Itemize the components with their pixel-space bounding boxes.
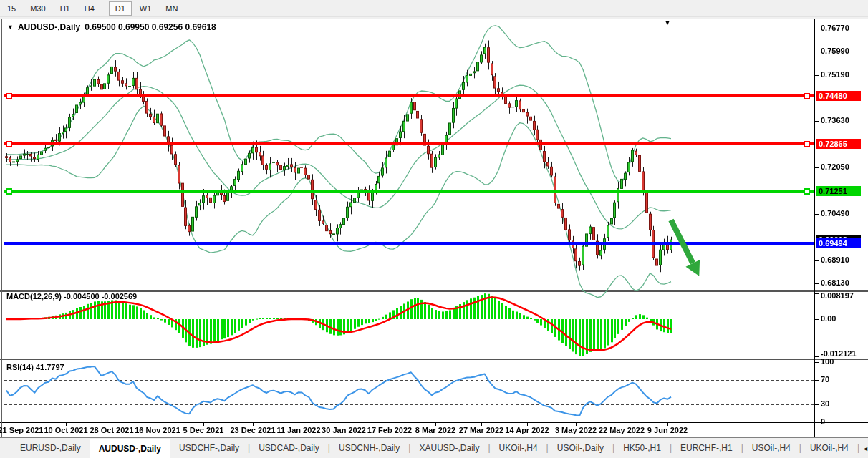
date-label: 16 Nov 2021 (135, 426, 180, 434)
timeframe-button-h4[interactable]: H4 (78, 1, 101, 16)
rsi-axis-tick: 100 (821, 357, 834, 366)
symbol-tab-10[interactable]: USOil-,H4 (743, 439, 799, 458)
date-label: 22 May 2022 (599, 426, 645, 434)
date-label: 14 Apr 2022 (505, 426, 549, 434)
symbol-tabbar: EURUSD-,DailyAUDUSD-,DailyUSDCHF-,Daily|… (0, 439, 868, 458)
timeframe-button-h1[interactable]: H1 (54, 1, 77, 16)
date-label: 3 May 2022 (555, 426, 597, 434)
chart-dropdown-icon[interactable]: ▼ (7, 24, 14, 31)
date-label: 11 Jan 2022 (276, 426, 320, 434)
date-label: 9 Jun 2022 (647, 426, 688, 434)
chart-shift-marker-icon: ▼ (664, 19, 671, 26)
macd-indicator-label: MACD(12,26,9) -0.004500 -0.002569 (6, 292, 137, 301)
symbol-tab-0[interactable]: EURUSD-,Daily (11, 439, 90, 458)
symbol-tab-9[interactable]: EURCHF-,H1 (672, 439, 741, 458)
timeframe-button-w1[interactable]: W1 (133, 1, 158, 16)
tab-scroll-left-icon[interactable]: ◄ (862, 445, 868, 452)
symbol-tab-8[interactable]: HK50-,H1 (614, 439, 670, 458)
chart-title: ▼ AUDUSD-,Daily 0.69500 0.69950 0.69256 … (7, 22, 216, 32)
price-axis-tick: 0.72050 (821, 162, 849, 171)
symbol-tab-2[interactable]: USDCHF-,Daily (170, 439, 248, 458)
date-label: 27 Mar 2022 (459, 426, 503, 434)
macd-axis-tick: 0.00 (821, 314, 836, 323)
chart-title-symbol: AUDUSD-,Daily (18, 22, 80, 32)
price-axis-badge: 0.72865 (816, 139, 861, 149)
timeframe-button-d1[interactable]: D1 (109, 1, 132, 16)
date-label: 21 Sep 2021 (0, 426, 44, 434)
date-label: 23 Dec 2021 (231, 426, 276, 434)
symbol-tab-11[interactable]: UKOil-,H4 (801, 439, 857, 458)
symbol-tab-7[interactable]: USOil-,Daily (549, 439, 612, 458)
symbol-tab-3[interactable]: USDCAD-,Daily (250, 439, 328, 458)
price-axis-badge: 0.69494 (816, 238, 861, 248)
date-label: 28 Oct 2021 (90, 426, 133, 434)
toolbar-separator (105, 2, 105, 15)
price-axis-tick: 0.75990 (821, 47, 849, 55)
price-axis-tick: 0.68910 (821, 255, 849, 264)
price-axis-tick: 0.75190 (821, 70, 849, 79)
price-axis-tick: 0.68130 (821, 278, 849, 287)
price-chart-canvas[interactable] (0, 0, 868, 458)
price-axis-badge: 0.71251 (816, 186, 861, 196)
timeframe-toolbar: 15M30H1H4D1W1MN (0, 0, 868, 17)
symbol-tab-4[interactable]: USDCNH-,Daily (330, 439, 408, 458)
rsi-axis-tick: 70 (821, 375, 829, 384)
rsi-indicator-label: RSI(14) 41.7797 (6, 363, 64, 371)
timeframe-button-15[interactable]: 15 (1, 1, 22, 16)
symbol-tab-5[interactable]: XAUUSD-,Daily (410, 439, 488, 458)
tab-scroll-arrows: ◄► (859, 439, 868, 458)
symbol-tab-6[interactable]: UKOil-,H4 (491, 439, 546, 458)
date-label: 30 Jan 2022 (322, 426, 366, 434)
rsi-axis-tick: 30 (821, 399, 829, 408)
timeframe-button-mn[interactable]: MN (159, 1, 184, 16)
macd-axis-tick: 0.008197 (821, 291, 854, 300)
price-axis-tick: 0.76770 (821, 24, 849, 32)
chart-title-quotes: 0.69500 0.69950 0.69256 0.69618 (85, 22, 216, 32)
date-label: 5 Dec 2021 (183, 426, 224, 434)
price-axis-tick: 0.73630 (821, 116, 849, 125)
price-axis-badge: 0.74480 (816, 91, 861, 101)
date-label: 8 Mar 2022 (415, 426, 455, 434)
toolbar-separator (188, 2, 188, 15)
symbol-tab-1[interactable]: AUDUSD-,Daily (90, 439, 170, 458)
rsi-axis-tick: 0 (821, 417, 825, 426)
date-label: 10 Oct 2021 (44, 426, 87, 434)
date-label: 17 Feb 2022 (367, 426, 412, 434)
timeframe-button-m30[interactable]: M30 (24, 1, 52, 16)
price-axis-tick: 0.70490 (821, 209, 849, 218)
